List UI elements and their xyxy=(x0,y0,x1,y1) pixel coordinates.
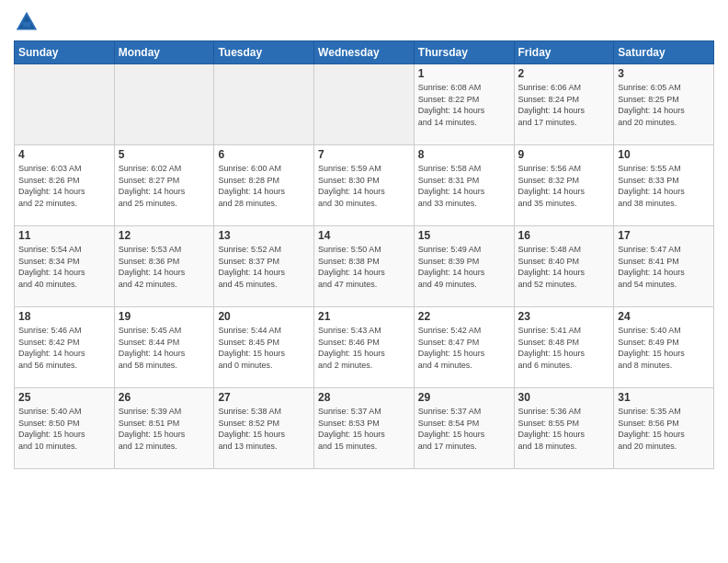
day-info: Sunrise: 6:08 AM Sunset: 8:22 PM Dayligh… xyxy=(418,82,510,128)
calendar-cell: 24Sunrise: 5:40 AM Sunset: 8:49 PM Dayli… xyxy=(614,307,714,388)
day-number: 7 xyxy=(318,148,410,161)
day-number: 8 xyxy=(418,148,510,161)
day-info: Sunrise: 5:39 AM Sunset: 8:51 PM Dayligh… xyxy=(119,406,210,452)
calendar-cell: 14Sunrise: 5:50 AM Sunset: 8:38 PM Dayli… xyxy=(314,226,415,307)
day-info: Sunrise: 5:35 AM Sunset: 8:56 PM Dayligh… xyxy=(618,406,710,452)
day-info: Sunrise: 6:00 AM Sunset: 8:28 PM Dayligh… xyxy=(218,163,310,209)
day-number: 12 xyxy=(119,229,210,242)
day-info: Sunrise: 5:44 AM Sunset: 8:45 PM Dayligh… xyxy=(218,325,310,371)
day-number: 2 xyxy=(518,67,610,80)
day-header-row: SundayMondayTuesdayWednesdayThursdayFrid… xyxy=(15,41,714,64)
calendar-cell: 5Sunrise: 6:02 AM Sunset: 8:27 PM Daylig… xyxy=(114,145,214,226)
day-number: 22 xyxy=(418,310,510,323)
calendar-cell: 13Sunrise: 5:52 AM Sunset: 8:37 PM Dayli… xyxy=(214,226,314,307)
day-info: Sunrise: 6:02 AM Sunset: 8:27 PM Dayligh… xyxy=(119,163,210,209)
day-header-monday: Monday xyxy=(114,41,214,64)
day-number: 6 xyxy=(218,148,310,161)
calendar-table: SundayMondayTuesdayWednesdayThursdayFrid… xyxy=(14,40,714,469)
day-number: 1 xyxy=(418,67,510,80)
calendar-cell: 2Sunrise: 6:06 AM Sunset: 8:24 PM Daylig… xyxy=(514,64,614,145)
day-header-thursday: Thursday xyxy=(414,41,514,64)
week-row-3: 11Sunrise: 5:54 AM Sunset: 8:34 PM Dayli… xyxy=(15,226,714,307)
day-info: Sunrise: 5:53 AM Sunset: 8:36 PM Dayligh… xyxy=(119,244,210,290)
calendar-cell: 3Sunrise: 6:05 AM Sunset: 8:25 PM Daylig… xyxy=(614,64,714,145)
logo xyxy=(14,9,43,35)
calendar-cell: 15Sunrise: 5:49 AM Sunset: 8:39 PM Dayli… xyxy=(414,226,514,307)
day-number: 26 xyxy=(119,391,210,404)
header xyxy=(14,9,714,35)
calendar-page: SundayMondayTuesdayWednesdayThursdayFrid… xyxy=(0,0,728,563)
day-info: Sunrise: 5:48 AM Sunset: 8:40 PM Dayligh… xyxy=(518,244,610,290)
day-info: Sunrise: 5:49 AM Sunset: 8:39 PM Dayligh… xyxy=(418,244,510,290)
day-number: 3 xyxy=(618,67,710,80)
day-header-tuesday: Tuesday xyxy=(214,41,314,64)
calendar-cell: 20Sunrise: 5:44 AM Sunset: 8:45 PM Dayli… xyxy=(214,307,314,388)
day-info: Sunrise: 5:38 AM Sunset: 8:52 PM Dayligh… xyxy=(218,406,310,452)
day-header-sunday: Sunday xyxy=(15,41,115,64)
day-number: 29 xyxy=(418,391,510,404)
day-header-wednesday: Wednesday xyxy=(314,41,415,64)
day-number: 24 xyxy=(618,310,710,323)
day-info: Sunrise: 5:40 AM Sunset: 8:49 PM Dayligh… xyxy=(618,325,710,371)
day-number: 17 xyxy=(618,229,710,242)
day-info: Sunrise: 5:47 AM Sunset: 8:41 PM Dayligh… xyxy=(618,244,710,290)
day-number: 13 xyxy=(218,229,310,242)
day-info: Sunrise: 5:43 AM Sunset: 8:46 PM Dayligh… xyxy=(318,325,410,371)
week-row-4: 18Sunrise: 5:46 AM Sunset: 8:42 PM Dayli… xyxy=(15,307,714,388)
day-number: 18 xyxy=(18,310,110,323)
day-number: 20 xyxy=(218,310,310,323)
day-number: 27 xyxy=(218,391,310,404)
day-info: Sunrise: 6:06 AM Sunset: 8:24 PM Dayligh… xyxy=(518,82,610,128)
week-row-2: 4Sunrise: 6:03 AM Sunset: 8:26 PM Daylig… xyxy=(15,145,714,226)
day-info: Sunrise: 6:05 AM Sunset: 8:25 PM Dayligh… xyxy=(618,82,710,128)
logo-icon xyxy=(14,9,40,35)
week-row-1: 1Sunrise: 6:08 AM Sunset: 8:22 PM Daylig… xyxy=(15,64,714,145)
day-number: 4 xyxy=(18,148,110,161)
day-info: Sunrise: 6:03 AM Sunset: 8:26 PM Dayligh… xyxy=(18,163,110,209)
calendar-cell: 27Sunrise: 5:38 AM Sunset: 8:52 PM Dayli… xyxy=(214,388,314,469)
day-number: 15 xyxy=(418,229,510,242)
calendar-cell: 8Sunrise: 5:58 AM Sunset: 8:31 PM Daylig… xyxy=(414,145,514,226)
day-number: 14 xyxy=(318,229,410,242)
calendar-cell: 22Sunrise: 5:42 AM Sunset: 8:47 PM Dayli… xyxy=(414,307,514,388)
calendar-cell: 21Sunrise: 5:43 AM Sunset: 8:46 PM Dayli… xyxy=(314,307,415,388)
calendar-cell xyxy=(15,64,115,145)
day-info: Sunrise: 5:45 AM Sunset: 8:44 PM Dayligh… xyxy=(119,325,210,371)
calendar-cell: 7Sunrise: 5:59 AM Sunset: 8:30 PM Daylig… xyxy=(314,145,415,226)
day-number: 19 xyxy=(119,310,210,323)
day-info: Sunrise: 5:37 AM Sunset: 8:54 PM Dayligh… xyxy=(418,406,510,452)
day-info: Sunrise: 5:55 AM Sunset: 8:33 PM Dayligh… xyxy=(618,163,710,209)
calendar-cell: 30Sunrise: 5:36 AM Sunset: 8:55 PM Dayli… xyxy=(514,388,614,469)
calendar-cell: 6Sunrise: 6:00 AM Sunset: 8:28 PM Daylig… xyxy=(214,145,314,226)
day-number: 21 xyxy=(318,310,410,323)
calendar-header: SundayMondayTuesdayWednesdayThursdayFrid… xyxy=(15,41,714,64)
calendar-cell: 16Sunrise: 5:48 AM Sunset: 8:40 PM Dayli… xyxy=(514,226,614,307)
day-number: 28 xyxy=(318,391,410,404)
calendar-cell: 29Sunrise: 5:37 AM Sunset: 8:54 PM Dayli… xyxy=(414,388,514,469)
day-info: Sunrise: 5:56 AM Sunset: 8:32 PM Dayligh… xyxy=(518,163,610,209)
day-info: Sunrise: 5:54 AM Sunset: 8:34 PM Dayligh… xyxy=(18,244,110,290)
calendar-cell xyxy=(214,64,314,145)
calendar-cell: 18Sunrise: 5:46 AM Sunset: 8:42 PM Dayli… xyxy=(15,307,115,388)
day-number: 31 xyxy=(618,391,710,404)
calendar-cell: 12Sunrise: 5:53 AM Sunset: 8:36 PM Dayli… xyxy=(114,226,214,307)
day-info: Sunrise: 5:52 AM Sunset: 8:37 PM Dayligh… xyxy=(218,244,310,290)
calendar-cell: 26Sunrise: 5:39 AM Sunset: 8:51 PM Dayli… xyxy=(114,388,214,469)
day-number: 30 xyxy=(518,391,610,404)
day-number: 23 xyxy=(518,310,610,323)
day-number: 10 xyxy=(618,148,710,161)
day-number: 5 xyxy=(119,148,210,161)
day-number: 11 xyxy=(18,229,110,242)
calendar-cell: 4Sunrise: 6:03 AM Sunset: 8:26 PM Daylig… xyxy=(15,145,115,226)
calendar-cell: 11Sunrise: 5:54 AM Sunset: 8:34 PM Dayli… xyxy=(15,226,115,307)
calendar-cell: 28Sunrise: 5:37 AM Sunset: 8:53 PM Dayli… xyxy=(314,388,415,469)
day-info: Sunrise: 5:58 AM Sunset: 8:31 PM Dayligh… xyxy=(418,163,510,209)
day-number: 9 xyxy=(518,148,610,161)
day-info: Sunrise: 5:59 AM Sunset: 8:30 PM Dayligh… xyxy=(318,163,410,209)
day-info: Sunrise: 5:50 AM Sunset: 8:38 PM Dayligh… xyxy=(318,244,410,290)
calendar-cell xyxy=(114,64,214,145)
day-number: 16 xyxy=(518,229,610,242)
calendar-cell: 23Sunrise: 5:41 AM Sunset: 8:48 PM Dayli… xyxy=(514,307,614,388)
calendar-cell: 9Sunrise: 5:56 AM Sunset: 8:32 PM Daylig… xyxy=(514,145,614,226)
day-number: 25 xyxy=(18,391,110,404)
